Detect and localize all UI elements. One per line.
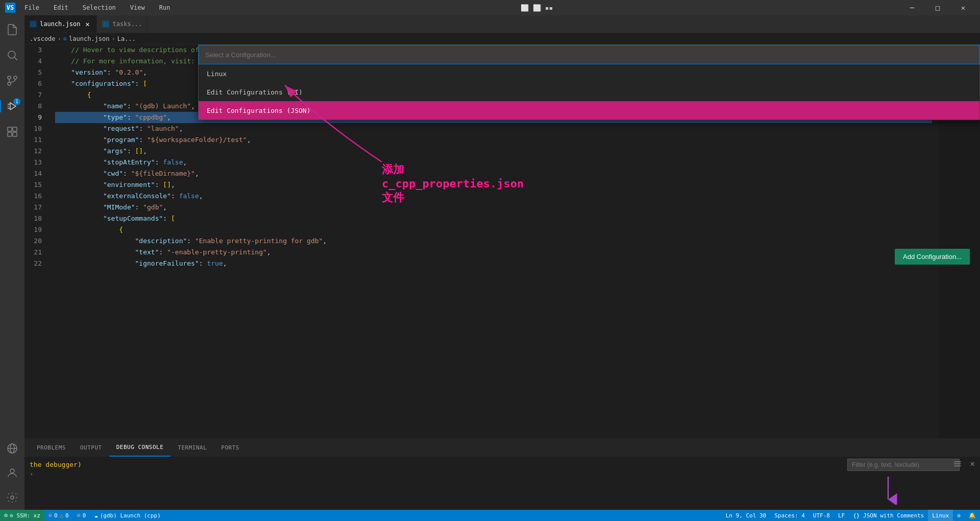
status-spaces[interactable]: Spaces: 4 — [770, 510, 809, 521]
svg-line-1 — [15, 58, 18, 61]
line-numbers: 3 4 5 6 7 8 9 10 11 12 13 14 15 16 17 18 — [24, 44, 50, 438]
code-line-13: "stopAtEntry": false, — [55, 157, 932, 168]
panel-tab-ports[interactable]: PORTS — [214, 439, 247, 457]
code-line-15: "environment": [], — [55, 179, 932, 191]
activity-bar: 1 — [0, 15, 24, 510]
search-icon — [6, 49, 18, 61]
status-errors[interactable]: ⊗ 0 △ 0 — [44, 510, 73, 521]
line-num-6: 6 — [24, 78, 46, 89]
code-line-12: "args": [], — [55, 146, 932, 157]
remote-icon-status: ⊙ — [4, 512, 8, 519]
prompt-symbol: › — [30, 470, 33, 478]
debug-console-text: the debugger) — [30, 461, 975, 468]
error-icon: ⊗ — [48, 512, 52, 519]
status-language[interactable]: {} JSON with Comments — [849, 510, 928, 521]
line-num-19: 19 — [24, 224, 46, 235]
panel-prompt: › — [30, 470, 975, 478]
code-line-11: "program": "${workspaceFolder}/test", — [55, 134, 932, 146]
svg-point-17 — [10, 469, 14, 473]
line-num-5: 5 — [24, 67, 46, 78]
panel-menu-icon[interactable] — [953, 460, 962, 469]
code-line-20: "description": "Enable pretty-printing f… — [55, 235, 932, 247]
svg-text:{}: {} — [103, 22, 108, 27]
status-encoding[interactable]: UTF-8 — [809, 510, 834, 521]
line-num-22: 22 — [24, 258, 46, 269]
config-item-edit-ui[interactable]: Edit Configurations (UI) — [199, 83, 979, 101]
status-debug-errors[interactable]: ⊗ 0 — [73, 510, 90, 521]
layout-icon-3[interactable]: ▪▪ — [544, 3, 554, 13]
panel-tab-terminal[interactable]: TERMINAL — [170, 439, 214, 457]
layout-icon-2[interactable]: ⬜ — [532, 3, 542, 13]
settings-icon — [6, 491, 18, 504]
status-ssh[interactable]: ⊙ ⊙ SSH: xz — [0, 510, 44, 521]
filter-input[interactable] — [847, 459, 960, 471]
layout-icon-1[interactable]: ⬜ — [520, 3, 530, 13]
svg-rect-24 — [954, 461, 961, 462]
svg-text:{}: {} — [31, 22, 36, 27]
breadcrumb-vscode[interactable]: .vscode — [30, 35, 56, 42]
tab-launch-json[interactable]: {} launch.json ✕ — [24, 15, 97, 33]
main-layout: 1 — [0, 15, 980, 510]
status-cursor-pos[interactable]: Ln 9, Col 30 — [722, 510, 770, 521]
menu-run[interactable]: Run — [156, 3, 174, 12]
line-num-20: 20 — [24, 235, 46, 247]
status-debug-config[interactable]: ☁ (gdb) Launch (cpp) — [90, 510, 164, 521]
tab-launch-close[interactable]: ✕ — [83, 20, 91, 28]
maximize-button[interactable]: □ — [926, 0, 949, 15]
line-num-18: 18 — [24, 213, 46, 224]
minimize-button[interactable]: ─ — [900, 0, 924, 15]
panel-content: the debugger) › ✕ — [24, 457, 980, 510]
svg-rect-10 — [8, 127, 12, 131]
code-line-22: "ignoreFailures": true, — [55, 258, 932, 269]
activity-bottom — [0, 436, 24, 510]
config-item-edit-json[interactable]: Edit Configurations (JSON) — [199, 101, 979, 120]
code-line-10: "request": "launch", — [55, 123, 932, 134]
down-arrow-annotation — [873, 474, 903, 505]
config-search[interactable] — [199, 45, 979, 64]
activity-item-search[interactable] — [0, 43, 24, 67]
status-remote-icon[interactable]: ⊙ — [953, 510, 965, 521]
line-num-12: 12 — [24, 146, 46, 157]
panel-tab-output[interactable]: OUTPUT — [73, 439, 109, 457]
line-num-15: 15 — [24, 179, 46, 191]
activity-item-remote[interactable] — [0, 436, 24, 461]
breadcrumb-launch[interactable]: launch.json — [69, 35, 109, 42]
menu-edit[interactable]: Edit — [51, 3, 71, 12]
activity-item-extensions[interactable] — [0, 120, 24, 144]
status-platform[interactable]: Linux — [928, 510, 953, 521]
line-num-16: 16 — [24, 191, 46, 202]
status-notifications[interactable]: 🔔 — [965, 510, 980, 521]
line-num-9: 9 — [24, 112, 46, 123]
close-button[interactable]: ✕ — [951, 0, 975, 15]
menu-view[interactable]: View — [127, 3, 148, 12]
line-num-11: 11 — [24, 134, 46, 146]
breadcrumb-icon: ⊕ — [63, 35, 67, 42]
tab-launch-label: launch.json — [40, 20, 80, 28]
panel-close-button[interactable]: ✕ — [970, 459, 975, 468]
debug-error-icon: ⊗ — [77, 512, 81, 519]
status-left: ⊙ ⊙ SSH: xz ⊗ 0 △ 0 ⊗ 0 ☁ (gdb) Launch (… — [0, 510, 165, 521]
source-control-icon — [6, 75, 18, 87]
tab-tasks[interactable]: {} tasks... — [97, 15, 148, 33]
activity-item-debug[interactable]: 1 — [0, 94, 24, 119]
breadcrumb-section[interactable]: La... — [117, 35, 136, 42]
line-num-7: 7 — [24, 89, 46, 101]
panel-tab-problems[interactable]: PROBLEMS — [30, 439, 73, 457]
config-item-linux[interactable]: Linux — [199, 64, 979, 83]
status-eol[interactable]: LF — [834, 510, 849, 521]
menu-file[interactable]: File — [21, 3, 42, 12]
line-num-4: 4 — [24, 56, 46, 67]
activity-item-settings[interactable] — [0, 485, 24, 510]
activity-item-explorer[interactable] — [0, 17, 24, 42]
breadcrumb-sep-2: › — [112, 35, 115, 42]
panel-tab-debug-console[interactable]: DEBUG CONSOLE — [109, 439, 171, 457]
line-num-17: 17 — [24, 202, 46, 213]
line-num-3: 3 — [24, 44, 46, 56]
json-file-icon: {} — [30, 20, 37, 28]
tabs-bar: {} launch.json ✕ {} tasks... — [24, 15, 980, 33]
activity-item-source-control[interactable] — [0, 68, 24, 93]
menu-selection[interactable]: Selection — [80, 3, 119, 12]
config-search-input[interactable] — [205, 51, 973, 59]
tab-tasks-label: tasks... — [112, 20, 142, 28]
activity-item-account[interactable] — [0, 461, 24, 485]
